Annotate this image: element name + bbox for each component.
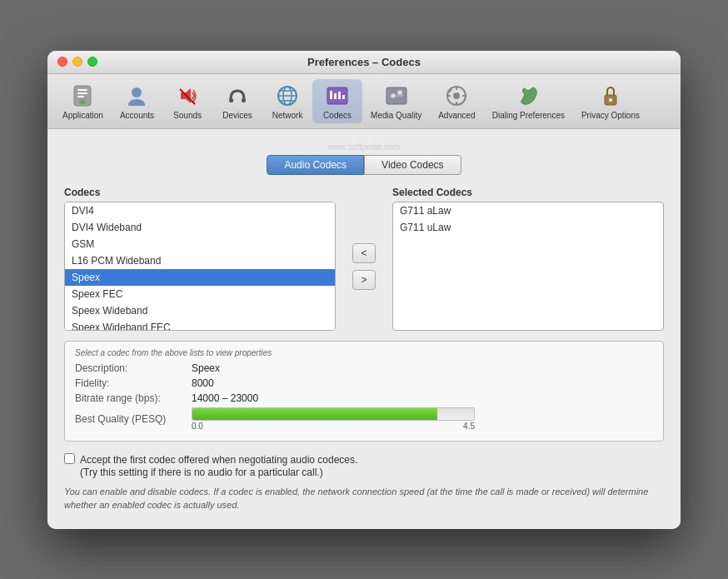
- italic-note: You can enable and disable codecs. If a …: [64, 485, 664, 512]
- toolbar-item-accounts[interactable]: Accounts: [112, 79, 162, 123]
- selected-codecs-container: Selected Codecs G711 aLaw G711 uLaw: [392, 187, 664, 331]
- minimize-button[interactable]: [72, 57, 82, 67]
- close-button[interactable]: [57, 57, 67, 67]
- svg-rect-10: [242, 98, 246, 102]
- toolbar-item-dialing[interactable]: Dialing Preferences: [484, 79, 573, 123]
- list-item[interactable]: Speex Wideband: [65, 302, 335, 319]
- transfer-left-button[interactable]: <: [352, 243, 376, 263]
- properties-hint: Select a codec from the above lists to v…: [75, 348, 653, 357]
- codecs-icon: [324, 82, 351, 109]
- svg-rect-30: [462, 95, 466, 97]
- toolbar: Application Accounts Sound: [47, 74, 681, 129]
- toolbar-item-codecs[interactable]: Codecs: [312, 79, 362, 123]
- codecs-list-label: Codecs: [64, 187, 336, 198]
- toolbar-item-application[interactable]: Application: [54, 79, 112, 123]
- prop-fidelity: Fidelity: 8000: [75, 377, 653, 389]
- dialing-label: Dialing Preferences: [492, 111, 565, 120]
- transfer-right-button[interactable]: >: [352, 270, 376, 290]
- svg-rect-29: [446, 95, 451, 97]
- list-item[interactable]: Speex Wideband FEC: [65, 319, 335, 331]
- list-item[interactable]: GSM: [65, 236, 335, 252]
- sounds-label: Sounds: [173, 111, 202, 120]
- application-label: Application: [62, 111, 103, 120]
- pesq-max-label: 4.5: [463, 422, 475, 431]
- list-item[interactable]: G711 aLaw: [393, 202, 663, 219]
- devices-icon: [224, 82, 251, 109]
- advanced-label: Advanced: [438, 111, 475, 120]
- fidelity-value: 8000: [192, 377, 214, 389]
- maximize-button[interactable]: [87, 57, 97, 67]
- svg-rect-27: [456, 86, 457, 90]
- dialing-icon: [515, 82, 541, 109]
- toolbar-item-network[interactable]: Network: [262, 79, 312, 123]
- toolbar-item-mediaquality[interactable]: Media Quality: [362, 79, 430, 123]
- toolbar-item-sounds[interactable]: Sounds: [162, 79, 212, 123]
- titlebar: Preferences – Codecs: [47, 51, 681, 74]
- advanced-icon: [443, 82, 470, 109]
- checkbox-row: Accept the first codec offered when nego…: [64, 452, 664, 478]
- preferences-window: Preferences – Codecs Application: [47, 51, 681, 529]
- sounds-icon: [174, 82, 201, 109]
- tab-video[interactable]: Video Codecs: [364, 155, 461, 175]
- selected-codecs-label: Selected Codecs: [392, 187, 664, 198]
- network-icon: [274, 82, 301, 109]
- svg-rect-28: [456, 102, 457, 106]
- toolbar-item-advanced[interactable]: Advanced: [430, 79, 483, 123]
- tab-bar: Audio Codecs Video Codecs: [64, 155, 664, 175]
- accept-codec-checkbox[interactable]: [64, 453, 75, 464]
- description-label: Description:: [75, 362, 192, 374]
- toolbar-item-devices[interactable]: Devices: [212, 79, 262, 123]
- mediaquality-icon: [383, 82, 410, 109]
- svg-rect-20: [342, 95, 345, 99]
- transfer-buttons: < >: [349, 203, 379, 331]
- content-area: www.softpedia.com Audio Codecs Video Cod…: [47, 129, 681, 529]
- accounts-label: Accounts: [120, 111, 154, 120]
- codecs-list[interactable]: DVI4 DVI4 Wideband GSM L16 PCM Wideband …: [64, 202, 336, 331]
- svg-rect-17: [330, 91, 332, 99]
- accounts-icon: [123, 82, 150, 109]
- selected-codecs-list[interactable]: G711 aLaw G711 uLaw: [392, 202, 664, 331]
- codecs-section: Codecs DVI4 DVI4 Wideband GSM L16 PCM Wi…: [64, 187, 664, 331]
- svg-point-26: [453, 92, 460, 99]
- svg-rect-1: [77, 89, 87, 91]
- checkbox-label[interactable]: Accept the first codec offered when nego…: [80, 454, 357, 466]
- pesq-container: 0.0 4.5: [192, 407, 653, 431]
- description-value: Speex: [192, 362, 220, 374]
- list-item[interactable]: DVI4 Wideband: [65, 219, 335, 236]
- codecs-list-container: Codecs DVI4 DVI4 Wideband GSM L16 PCM Wi…: [64, 187, 336, 331]
- list-item[interactable]: DVI4: [65, 202, 335, 219]
- codecs-label: Codecs: [323, 111, 352, 120]
- list-item[interactable]: Speex FEC: [65, 286, 335, 302]
- pesq-bar-wrapper: 0.0 4.5: [192, 407, 653, 431]
- svg-rect-19: [338, 92, 341, 99]
- bitrate-label: Bitrate range (bps):: [75, 392, 192, 404]
- application-icon: [69, 82, 96, 109]
- svg-rect-18: [334, 93, 337, 99]
- tab-audio[interactable]: Audio Codecs: [267, 155, 364, 175]
- window-title: Preferences – Codecs: [307, 56, 421, 68]
- pesq-labels: 0.0 4.5: [192, 422, 475, 431]
- pesq-bar-fill: [192, 408, 437, 420]
- mediaquality-label: Media Quality: [371, 111, 421, 120]
- list-item-selected[interactable]: Speex: [65, 269, 335, 286]
- pesq-bar-background: [192, 407, 475, 421]
- list-item[interactable]: G711 uLaw: [393, 219, 663, 236]
- checkbox-text-container: Accept the first codec offered when nego…: [80, 452, 357, 478]
- network-label: Network: [272, 111, 303, 120]
- bitrate-value: 14000 – 23000: [192, 392, 258, 404]
- fidelity-label: Fidelity:: [75, 377, 192, 389]
- svg-rect-2: [77, 92, 87, 94]
- prop-bitrate: Bitrate range (bps): 14000 – 23000: [75, 392, 653, 404]
- devices-label: Devices: [222, 111, 252, 120]
- pesq-min-label: 0.0: [192, 422, 203, 431]
- prop-description: Description: Speex: [75, 362, 653, 374]
- list-item[interactable]: L16 PCM Wideband: [65, 252, 335, 269]
- traffic-lights: [57, 57, 97, 67]
- pesq-label: Best Quality (PESQ): [75, 413, 192, 425]
- svg-rect-9: [229, 98, 233, 102]
- svg-point-23: [391, 93, 396, 98]
- toolbar-item-privacy[interactable]: Privacy Options: [573, 79, 648, 123]
- svg-point-33: [609, 98, 612, 102]
- privacy-icon: [597, 82, 624, 109]
- svg-rect-5: [81, 101, 84, 104]
